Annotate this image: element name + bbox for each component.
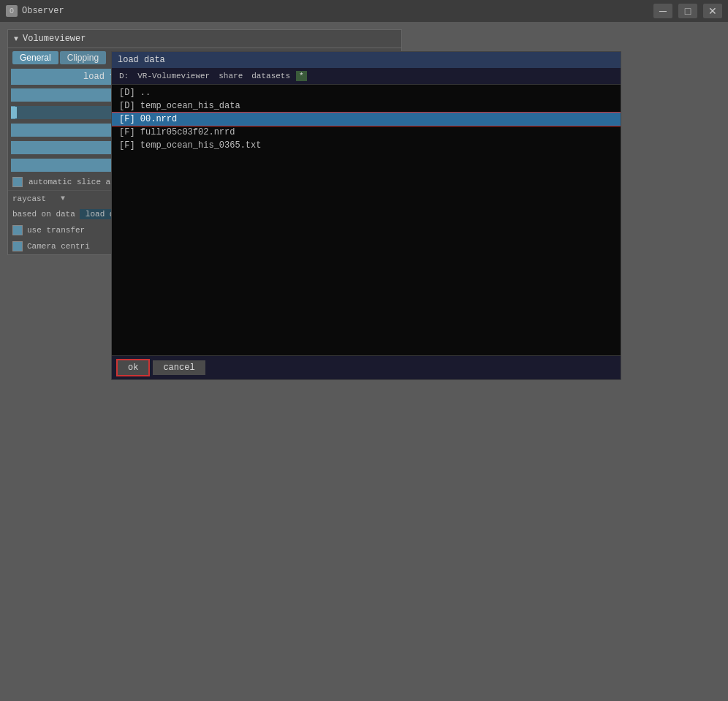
file-name-0: .. xyxy=(140,88,151,98)
file-dialog: load data D: VR-Volumeviewer share datas… xyxy=(111,51,621,380)
minimize-button[interactable]: ─ xyxy=(653,4,672,18)
file-dialog-header: load data xyxy=(112,52,621,68)
file-type-2: [F] xyxy=(119,114,140,124)
breadcrumb-datasets[interactable]: datasets xyxy=(249,71,293,81)
file-item-temp-ocean-txt[interactable]: [F] temp_ocean_his_0365.txt xyxy=(112,139,621,152)
ok-button[interactable]: ok xyxy=(118,360,148,375)
file-item-dotdot[interactable]: [D] .. xyxy=(112,86,621,99)
tab-general[interactable]: General xyxy=(12,51,58,64)
main-content: ▼ Volumeviewer General Clipping load fil… xyxy=(0,22,728,701)
breadcrumb-share[interactable]: share xyxy=(216,71,246,81)
dropdown-value: raycast xyxy=(12,194,56,203)
dialog-buttons-row: ok cancel xyxy=(112,355,621,379)
maximize-button[interactable]: □ xyxy=(678,4,697,18)
camera-checkbox[interactable] xyxy=(12,241,23,251)
file-name-4: temp_ocean_his_0365.txt xyxy=(140,140,262,151)
file-type-3: [F] xyxy=(119,127,140,137)
breadcrumb-row: D: VR-Volumeviewer share datasets * xyxy=(112,68,621,85)
camera-label: Camera centri xyxy=(27,242,90,251)
panel-header: ▼ Volumeviewer xyxy=(8,30,401,48)
file-type-0: [D] xyxy=(119,88,140,98)
file-list: [D] .. [D] temp_ocean_his_data [F] 00.nr… xyxy=(112,85,621,355)
file-dialog-title: load data xyxy=(118,55,165,65)
auto-slice-checkbox[interactable] xyxy=(12,177,23,187)
app-icon: O xyxy=(6,5,18,17)
tab-clipping[interactable]: Clipping xyxy=(60,51,106,64)
breadcrumb-vr-volumeviewer[interactable]: VR-Volumeviewer xyxy=(134,71,213,81)
file-type-4: [F] xyxy=(119,140,140,151)
app-title: Observer xyxy=(22,6,649,16)
load-data-label: based on data xyxy=(12,210,75,219)
breadcrumb-d[interactable]: D: xyxy=(116,71,132,81)
titlebar: O Observer ─ □ ✕ xyxy=(0,0,728,22)
file-name-3: fullr05c03f02.nrrd xyxy=(140,127,235,137)
file-type-1: [D] xyxy=(119,101,140,111)
breadcrumb-wildcard[interactable]: * xyxy=(296,71,307,81)
panel-collapse-arrow[interactable]: ▼ xyxy=(14,35,18,43)
file-name-2: 00.nrrd xyxy=(140,114,177,124)
dropdown-arrow-icon[interactable]: ▼ xyxy=(61,194,65,202)
cancel-button[interactable]: cancel xyxy=(153,360,205,375)
use-transfer-checkbox[interactable] xyxy=(12,225,23,235)
use-transfer-label: use transfer xyxy=(27,226,85,235)
file-item-temp-ocean-dir[interactable]: [D] temp_ocean_his_data xyxy=(112,99,621,113)
file-item-00nrrd[interactable]: [F] 00.nrrd xyxy=(112,113,621,126)
file-name-1: temp_ocean_his_data xyxy=(140,101,240,111)
panel-title: Volumeviewer xyxy=(23,34,86,44)
close-button[interactable]: ✕ xyxy=(703,4,722,18)
window-controls: ─ □ ✕ xyxy=(653,4,722,18)
file-item-fullr[interactable]: [F] fullr05c03f02.nrrd xyxy=(112,126,621,139)
